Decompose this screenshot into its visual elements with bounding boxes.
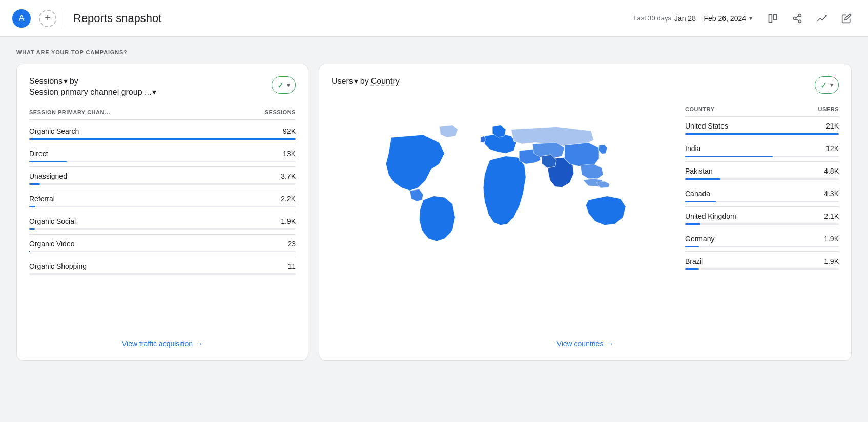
insights-button[interactable] — [813, 9, 831, 28]
countries-data-row: Canada4.3K — [685, 184, 839, 200]
main-content: WHAT ARE YOUR TOP CAMPAIGNS? Sessions ▾ … — [0, 37, 868, 373]
sessions-dimension-chip[interactable]: Session primary channel group ... ▾ — [29, 87, 156, 97]
sessions-data-row: Organic Shopping11 — [29, 257, 296, 272]
share-icon — [792, 13, 802, 24]
table-row: United Kingdom2.1K — [685, 207, 839, 229]
row-session-value: 92K — [283, 127, 296, 135]
bar-fill — [685, 156, 773, 157]
sessions-data-row: Unassigned3.7K — [29, 167, 296, 182]
countries-data-row: Brazil1.9K — [685, 252, 839, 267]
edit-icon — [841, 13, 852, 24]
compare-button[interactable] — [763, 9, 782, 28]
sessions-data-row: Direct13K — [29, 144, 296, 160]
sessions-card-header: Sessions ▾ by Session primary channel gr… — [29, 76, 296, 97]
view-countries-link[interactable]: View countries → — [332, 329, 839, 348]
compare-icon — [768, 13, 778, 24]
table-row: Unassigned3.7K — [29, 167, 296, 189]
countries-data-row: India12K — [685, 139, 839, 155]
sessions-dimension-chevron-icon: ▾ — [152, 87, 156, 97]
row-session-value: 3.7K — [281, 172, 296, 180]
countries-data-row: United Kingdom2.1K — [685, 207, 839, 222]
sessions-metric-chip[interactable]: Sessions ▾ — [29, 76, 68, 86]
bar-fill — [29, 183, 40, 185]
bar-container — [29, 251, 296, 252]
page-title: Reports snapshot — [73, 12, 620, 25]
sessions-card-title: Sessions ▾ by Session primary channel gr… — [29, 76, 156, 97]
header-actions: Last 30 days Jan 28 – Feb 26, 2024 ▾ — [628, 9, 856, 28]
edit-button[interactable] — [837, 9, 856, 28]
view-traffic-link[interactable]: View traffic acquisition → — [29, 329, 296, 348]
bar-fill — [29, 228, 35, 230]
countries-check-button[interactable]: ✓ ▾ — [815, 76, 839, 94]
view-countries-arrow-icon: → — [606, 340, 613, 348]
sessions-dimension-label: Session primary channel group ... — [29, 88, 151, 97]
bar-container — [685, 133, 839, 135]
avatar-letter: A — [19, 14, 25, 23]
countries-card: Users ▾ by Country ✓ ▾ — [319, 64, 852, 361]
countries-check-dropdown-icon: ▾ — [830, 81, 833, 89]
col-users-label: USERS — [818, 106, 839, 112]
col-country-label: COUNTRY — [685, 106, 714, 112]
bar-container — [29, 183, 296, 185]
sessions-check-dropdown-icon: ▾ — [287, 81, 290, 89]
row-channel-name: Referral — [29, 195, 55, 203]
sessions-card: Sessions ▾ by Session primary channel gr… — [16, 64, 308, 361]
table-row: Referral2.2K — [29, 189, 296, 212]
campaigns-section-label: WHAT ARE YOUR TOP CAMPAIGNS? — [16, 49, 852, 55]
row-channel-name: Direct — [29, 150, 48, 158]
bar-container — [685, 201, 839, 202]
countries-title-line1: Users ▾ by Country — [332, 76, 400, 86]
insights-icon — [817, 13, 827, 24]
sessions-data-row: Organic Video23 — [29, 235, 296, 250]
add-button[interactable]: + — [39, 10, 56, 27]
row-users-value: 21K — [826, 122, 839, 130]
bar-fill — [685, 268, 699, 270]
sessions-metric-chevron-icon: ▾ — [64, 76, 68, 86]
row-session-value: 1.9K — [281, 217, 296, 225]
countries-data-row: United States21K — [685, 117, 839, 132]
row-channel-name: Organic Social — [29, 217, 76, 225]
col-metric-label: SESSIONS — [265, 109, 296, 115]
bar-container — [29, 206, 296, 207]
row-country-name: United Kingdom — [685, 212, 736, 220]
header-divider — [65, 9, 65, 28]
row-country-name: India — [685, 144, 700, 153]
view-traffic-arrow-icon: → — [196, 340, 203, 348]
table-row: Brazil1.9K — [685, 252, 839, 270]
countries-metric-label: Users — [332, 77, 353, 86]
sessions-by-label: by — [70, 77, 78, 86]
row-channel-name: Unassigned — [29, 172, 67, 180]
share-button[interactable] — [788, 9, 807, 28]
table-row: Organic Search92K — [29, 122, 296, 144]
countries-dimension-label: Country — [371, 77, 400, 86]
sessions-check-button[interactable]: ✓ ▾ — [272, 76, 296, 94]
view-countries-label: View countries — [557, 340, 604, 348]
row-country-name: United States — [685, 122, 728, 130]
row-channel-name: Organic Search — [29, 127, 79, 135]
top-bar: A + Reports snapshot Last 30 days Jan 28… — [0, 0, 868, 37]
row-country-name: Pakistan — [685, 167, 713, 175]
svg-line-6 — [796, 16, 799, 17]
cards-row: Sessions ▾ by Session primary channel gr… — [16, 64, 852, 361]
row-session-value: 13K — [283, 150, 296, 158]
table-row: Organic Social1.9K — [29, 212, 296, 235]
sessions-table-body: Organic Search92KDirect13KUnassigned3.7K… — [29, 122, 296, 279]
bar-container — [29, 161, 296, 162]
countries-check-icon: ✓ — [820, 80, 827, 90]
table-row: Organic Video23 — [29, 235, 296, 257]
table-row: Germany1.9K — [685, 229, 839, 252]
bar-fill — [685, 246, 699, 247]
row-users-value: 1.9K — [824, 257, 839, 265]
table-row: Organic Shopping11 — [29, 257, 296, 275]
countries-table-header: COUNTRY USERS — [685, 102, 839, 117]
table-row: Direct13K — [29, 144, 296, 167]
row-users-value: 12K — [826, 144, 839, 153]
bar-container — [29, 228, 296, 230]
countries-table-body: United States21KIndia12KPakistan4.8KCana… — [685, 117, 839, 270]
countries-panel-content: COUNTRY USERS United States21KIndia12KPa… — [332, 102, 839, 274]
countries-metric-chip[interactable]: Users ▾ — [332, 76, 358, 86]
svg-point-2 — [799, 14, 801, 16]
world-map-area — [332, 102, 675, 274]
date-range-picker[interactable]: Last 30 days Jan 28 – Feb 26, 2024 ▾ — [628, 11, 757, 26]
row-channel-name: Organic Shopping — [29, 262, 87, 270]
